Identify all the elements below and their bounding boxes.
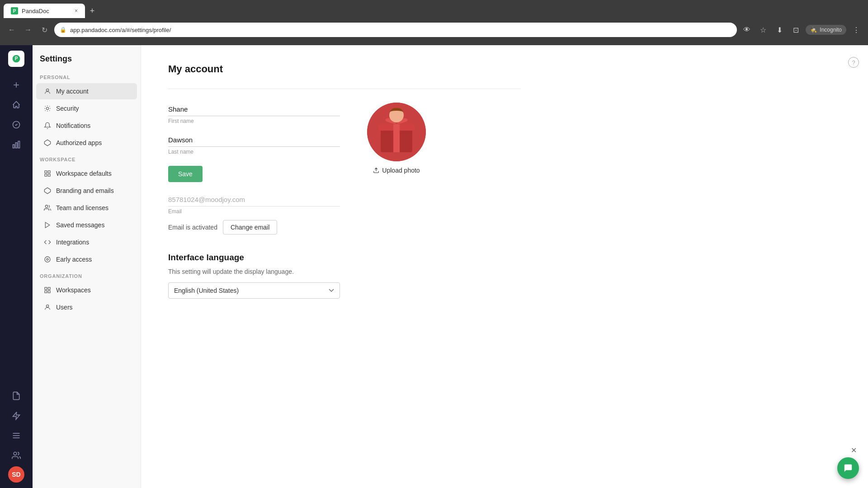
svg-rect-18 xyxy=(48,174,50,176)
svg-point-23 xyxy=(47,258,48,260)
lock-icon: 🔒 xyxy=(60,27,66,33)
refresh-button[interactable]: ↻ xyxy=(38,23,51,36)
first-name-field: First name xyxy=(168,103,340,124)
early-access-icon xyxy=(43,255,52,263)
sidebar-item-security[interactable]: Security xyxy=(36,100,137,117)
interface-language-section: Interface language This setting will upd… xyxy=(168,253,521,299)
security-icon xyxy=(43,104,52,113)
profile-section: First name Last name Save 85781024@moodj… xyxy=(168,103,521,235)
browser-tab-active[interactable]: P PandaDoc × xyxy=(4,4,85,18)
saved-messages-icon xyxy=(43,221,52,229)
last-name-input[interactable] xyxy=(168,133,340,147)
app-logo[interactable]: P xyxy=(8,51,24,67)
forward-button[interactable]: → xyxy=(22,23,34,36)
workspaces-icon xyxy=(43,286,52,294)
incognito-icon: 🕵 xyxy=(810,27,817,33)
workspaces-label: Workspaces xyxy=(56,286,91,294)
nav-actions: 👁 ☆ ⬇ ⊡ 🕵 Incognito ⋮ xyxy=(741,23,863,36)
users-icon xyxy=(43,303,52,311)
branding-emails-icon xyxy=(43,187,52,195)
extension-icon[interactable]: ⊡ xyxy=(789,23,802,36)
notifications-label: Notifications xyxy=(56,122,90,129)
lightning-icon[interactable] xyxy=(7,407,25,425)
address-bar[interactable]: 🔒 app.pandadoc.com/a/#/settings/profile/ xyxy=(54,23,737,37)
sidebar-item-authorized-apps[interactable]: Authorized apps xyxy=(36,135,137,151)
email-label: Email xyxy=(168,208,340,215)
incognito-label: Incognito xyxy=(820,27,842,33)
workspace-defaults-label: Workspace defaults xyxy=(56,170,112,177)
page-title: My account xyxy=(168,63,521,75)
bookmark-icon[interactable]: ☆ xyxy=(757,23,769,36)
user-avatar[interactable]: SD xyxy=(8,466,24,483)
svg-marker-14 xyxy=(44,140,50,145)
svg-point-12 xyxy=(46,89,48,91)
people-icon[interactable] xyxy=(7,446,25,465)
icon-rail: P xyxy=(0,45,33,488)
avatar-photo xyxy=(367,103,426,161)
svg-marker-21 xyxy=(45,222,49,228)
svg-rect-7 xyxy=(18,141,19,148)
svg-marker-19 xyxy=(44,188,50,193)
app-container: P xyxy=(0,45,868,488)
my-account-icon xyxy=(43,87,52,95)
change-email-button[interactable]: Change email xyxy=(223,220,277,235)
sidebar-item-branding-emails[interactable]: Branding and emails xyxy=(36,183,137,199)
integrations-icon xyxy=(43,238,52,246)
avatar-area: Upload photo xyxy=(367,103,426,174)
svg-rect-17 xyxy=(45,174,47,176)
home-icon[interactable] xyxy=(7,96,25,114)
upload-icon xyxy=(373,167,379,174)
sidebar-item-workspace-defaults[interactable]: Workspace defaults xyxy=(36,165,137,182)
menu-icon[interactable]: ⋮ xyxy=(850,23,863,36)
integrations-label: Integrations xyxy=(56,239,89,246)
sidebar-item-integrations[interactable]: Integrations xyxy=(36,234,137,250)
upload-photo-button[interactable]: Upload photo xyxy=(373,167,420,174)
add-icon[interactable] xyxy=(7,76,25,94)
svg-point-11 xyxy=(14,452,17,455)
chart-icon[interactable] xyxy=(7,136,25,154)
first-name-input[interactable] xyxy=(168,103,340,116)
url-text: app.pandadoc.com/a/#/settings/profile/ xyxy=(70,27,731,33)
help-label: ? xyxy=(852,59,855,66)
sidebar-item-workspaces[interactable]: Workspaces xyxy=(36,282,137,298)
back-button[interactable]: ← xyxy=(5,23,18,36)
sidebar-item-notifications[interactable]: Notifications xyxy=(36,117,137,134)
branding-emails-label: Branding and emails xyxy=(56,187,114,194)
svg-rect-25 xyxy=(48,287,50,290)
team-licenses-icon xyxy=(43,204,52,212)
tab-close-button[interactable]: × xyxy=(75,8,78,14)
first-name-label: First name xyxy=(168,118,340,124)
svg-point-13 xyxy=(46,107,48,109)
sidebar-item-early-access[interactable]: Early access xyxy=(36,251,137,267)
organization-section-label: ORGANIZATION xyxy=(33,268,141,282)
email-status-row: Email is activated Change email xyxy=(168,220,340,235)
chat-widget-button[interactable] xyxy=(837,457,859,479)
sidebar-item-users[interactable]: Users xyxy=(36,299,137,315)
sidebar-item-saved-messages[interactable]: Saved messages xyxy=(36,217,137,233)
eye-icon: 👁 xyxy=(741,23,753,36)
download-icon[interactable]: ⬇ xyxy=(773,23,786,36)
doc-icon[interactable] xyxy=(7,387,25,405)
svg-rect-27 xyxy=(48,291,50,293)
interface-language-desc: This setting will update the display lan… xyxy=(168,268,521,275)
save-button[interactable]: Save xyxy=(168,166,203,182)
language-select[interactable]: English (United States) xyxy=(168,282,340,299)
favicon: P xyxy=(11,7,18,14)
svg-point-22 xyxy=(45,257,50,262)
sidebar-item-my-account[interactable]: My account xyxy=(36,83,137,99)
section-divider xyxy=(168,89,521,89)
sidebar-item-team-licenses[interactable]: Team and licenses xyxy=(36,200,137,216)
authorized-apps-label: Authorized apps xyxy=(56,139,102,146)
svg-rect-6 xyxy=(15,143,17,148)
chat-close-button[interactable]: ✕ xyxy=(848,445,859,455)
check-icon[interactable] xyxy=(7,116,25,134)
list-icon[interactable] xyxy=(7,427,25,445)
security-label: Security xyxy=(56,105,79,112)
new-tab-button[interactable]: + xyxy=(86,5,99,17)
tab-title: PandaDoc xyxy=(22,8,49,14)
help-icon[interactable]: ? xyxy=(848,57,859,68)
early-access-label: Early access xyxy=(56,256,92,263)
upload-photo-label: Upload photo xyxy=(382,167,420,174)
settings-title: Settings xyxy=(40,54,72,64)
users-label: Users xyxy=(56,304,73,311)
